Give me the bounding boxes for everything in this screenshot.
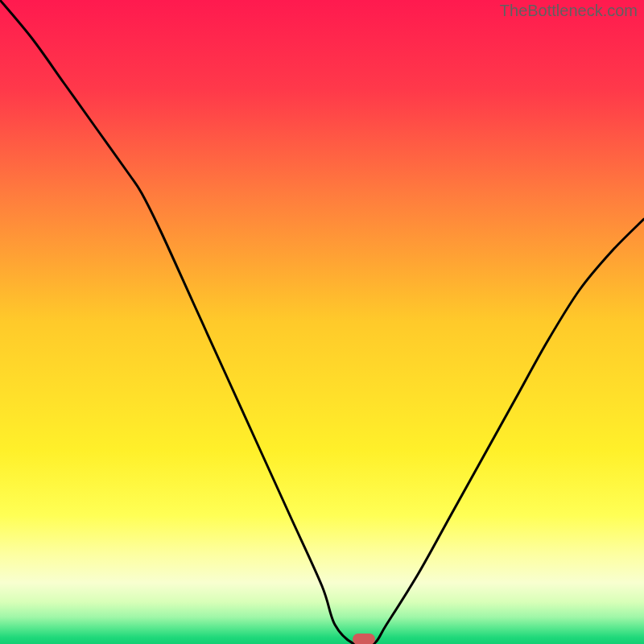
minimum-marker [353,634,375,644]
chart-container: TheBottleneck.com [0,0,644,644]
bottleneck-curve [0,0,644,644]
watermark-text: TheBottleneck.com [500,2,638,20]
